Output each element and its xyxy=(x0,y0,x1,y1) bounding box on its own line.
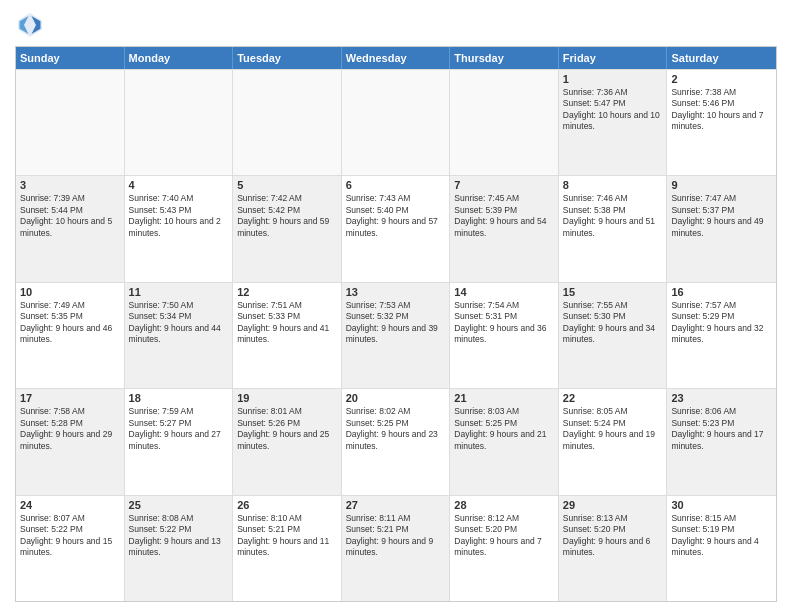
cell-info: Sunrise: 7:59 AM Sunset: 5:27 PM Dayligh… xyxy=(129,406,229,452)
cal-cell-3-2: 19Sunrise: 8:01 AM Sunset: 5:26 PM Dayli… xyxy=(233,389,342,494)
cell-info: Sunrise: 7:57 AM Sunset: 5:29 PM Dayligh… xyxy=(671,300,772,346)
cell-info: Sunrise: 7:43 AM Sunset: 5:40 PM Dayligh… xyxy=(346,193,446,239)
cal-cell-1-1: 4Sunrise: 7:40 AM Sunset: 5:43 PM Daylig… xyxy=(125,176,234,281)
day-number: 4 xyxy=(129,179,229,191)
cell-info: Sunrise: 8:11 AM Sunset: 5:21 PM Dayligh… xyxy=(346,513,446,559)
cal-row-2: 10Sunrise: 7:49 AM Sunset: 5:35 PM Dayli… xyxy=(16,282,776,388)
day-number: 14 xyxy=(454,286,554,298)
cell-info: Sunrise: 8:08 AM Sunset: 5:22 PM Dayligh… xyxy=(129,513,229,559)
cell-info: Sunrise: 8:03 AM Sunset: 5:25 PM Dayligh… xyxy=(454,406,554,452)
day-number: 22 xyxy=(563,392,663,404)
logo xyxy=(15,10,49,40)
day-number: 10 xyxy=(20,286,120,298)
cal-cell-4-4: 28Sunrise: 8:12 AM Sunset: 5:20 PM Dayli… xyxy=(450,496,559,601)
cell-info: Sunrise: 8:05 AM Sunset: 5:24 PM Dayligh… xyxy=(563,406,663,452)
cal-cell-3-1: 18Sunrise: 7:59 AM Sunset: 5:27 PM Dayli… xyxy=(125,389,234,494)
day-number: 9 xyxy=(671,179,772,191)
day-number: 28 xyxy=(454,499,554,511)
cal-header-tuesday: Tuesday xyxy=(233,47,342,69)
cal-cell-2-4: 14Sunrise: 7:54 AM Sunset: 5:31 PM Dayli… xyxy=(450,283,559,388)
cal-cell-3-3: 20Sunrise: 8:02 AM Sunset: 5:25 PM Dayli… xyxy=(342,389,451,494)
cell-info: Sunrise: 7:39 AM Sunset: 5:44 PM Dayligh… xyxy=(20,193,120,239)
cal-cell-0-2 xyxy=(233,70,342,175)
cal-cell-2-2: 12Sunrise: 7:51 AM Sunset: 5:33 PM Dayli… xyxy=(233,283,342,388)
cal-row-1: 3Sunrise: 7:39 AM Sunset: 5:44 PM Daylig… xyxy=(16,175,776,281)
calendar-header-row: SundayMondayTuesdayWednesdayThursdayFrid… xyxy=(16,47,776,69)
cell-info: Sunrise: 8:02 AM Sunset: 5:25 PM Dayligh… xyxy=(346,406,446,452)
day-number: 16 xyxy=(671,286,772,298)
cal-cell-2-6: 16Sunrise: 7:57 AM Sunset: 5:29 PM Dayli… xyxy=(667,283,776,388)
cell-info: Sunrise: 7:45 AM Sunset: 5:39 PM Dayligh… xyxy=(454,193,554,239)
day-number: 17 xyxy=(20,392,120,404)
cal-cell-4-1: 25Sunrise: 8:08 AM Sunset: 5:22 PM Dayli… xyxy=(125,496,234,601)
cal-cell-4-0: 24Sunrise: 8:07 AM Sunset: 5:22 PM Dayli… xyxy=(16,496,125,601)
day-number: 3 xyxy=(20,179,120,191)
cal-cell-2-5: 15Sunrise: 7:55 AM Sunset: 5:30 PM Dayli… xyxy=(559,283,668,388)
cal-header-thursday: Thursday xyxy=(450,47,559,69)
cal-cell-4-2: 26Sunrise: 8:10 AM Sunset: 5:21 PM Dayli… xyxy=(233,496,342,601)
page: SundayMondayTuesdayWednesdayThursdayFrid… xyxy=(0,0,792,612)
cal-header-friday: Friday xyxy=(559,47,668,69)
cell-info: Sunrise: 8:07 AM Sunset: 5:22 PM Dayligh… xyxy=(20,513,120,559)
day-number: 30 xyxy=(671,499,772,511)
cell-info: Sunrise: 7:46 AM Sunset: 5:38 PM Dayligh… xyxy=(563,193,663,239)
cell-info: Sunrise: 7:40 AM Sunset: 5:43 PM Dayligh… xyxy=(129,193,229,239)
day-number: 7 xyxy=(454,179,554,191)
cell-info: Sunrise: 7:36 AM Sunset: 5:47 PM Dayligh… xyxy=(563,87,663,133)
day-number: 8 xyxy=(563,179,663,191)
cell-info: Sunrise: 7:54 AM Sunset: 5:31 PM Dayligh… xyxy=(454,300,554,346)
day-number: 23 xyxy=(671,392,772,404)
cell-info: Sunrise: 7:55 AM Sunset: 5:30 PM Dayligh… xyxy=(563,300,663,346)
cal-cell-1-0: 3Sunrise: 7:39 AM Sunset: 5:44 PM Daylig… xyxy=(16,176,125,281)
cell-info: Sunrise: 7:47 AM Sunset: 5:37 PM Dayligh… xyxy=(671,193,772,239)
cal-cell-3-0: 17Sunrise: 7:58 AM Sunset: 5:28 PM Dayli… xyxy=(16,389,125,494)
day-number: 26 xyxy=(237,499,337,511)
cal-header-wednesday: Wednesday xyxy=(342,47,451,69)
day-number: 6 xyxy=(346,179,446,191)
cal-cell-0-1 xyxy=(125,70,234,175)
day-number: 19 xyxy=(237,392,337,404)
cal-cell-0-6: 2Sunrise: 7:38 AM Sunset: 5:46 PM Daylig… xyxy=(667,70,776,175)
cal-cell-1-6: 9Sunrise: 7:47 AM Sunset: 5:37 PM Daylig… xyxy=(667,176,776,281)
day-number: 5 xyxy=(237,179,337,191)
cal-cell-2-1: 11Sunrise: 7:50 AM Sunset: 5:34 PM Dayli… xyxy=(125,283,234,388)
day-number: 1 xyxy=(563,73,663,85)
cell-info: Sunrise: 8:12 AM Sunset: 5:20 PM Dayligh… xyxy=(454,513,554,559)
day-number: 27 xyxy=(346,499,446,511)
cal-cell-4-3: 27Sunrise: 8:11 AM Sunset: 5:21 PM Dayli… xyxy=(342,496,451,601)
cal-cell-1-4: 7Sunrise: 7:45 AM Sunset: 5:39 PM Daylig… xyxy=(450,176,559,281)
day-number: 12 xyxy=(237,286,337,298)
day-number: 24 xyxy=(20,499,120,511)
cell-info: Sunrise: 7:58 AM Sunset: 5:28 PM Dayligh… xyxy=(20,406,120,452)
day-number: 13 xyxy=(346,286,446,298)
calendar: SundayMondayTuesdayWednesdayThursdayFrid… xyxy=(15,46,777,602)
cell-info: Sunrise: 8:01 AM Sunset: 5:26 PM Dayligh… xyxy=(237,406,337,452)
calendar-body: 1Sunrise: 7:36 AM Sunset: 5:47 PM Daylig… xyxy=(16,69,776,601)
cell-info: Sunrise: 7:42 AM Sunset: 5:42 PM Dayligh… xyxy=(237,193,337,239)
logo-icon xyxy=(15,10,45,40)
cell-info: Sunrise: 8:13 AM Sunset: 5:20 PM Dayligh… xyxy=(563,513,663,559)
cal-cell-2-3: 13Sunrise: 7:53 AM Sunset: 5:32 PM Dayli… xyxy=(342,283,451,388)
cell-info: Sunrise: 7:51 AM Sunset: 5:33 PM Dayligh… xyxy=(237,300,337,346)
cal-cell-2-0: 10Sunrise: 7:49 AM Sunset: 5:35 PM Dayli… xyxy=(16,283,125,388)
day-number: 11 xyxy=(129,286,229,298)
day-number: 15 xyxy=(563,286,663,298)
cal-cell-3-6: 23Sunrise: 8:06 AM Sunset: 5:23 PM Dayli… xyxy=(667,389,776,494)
cal-cell-3-5: 22Sunrise: 8:05 AM Sunset: 5:24 PM Dayli… xyxy=(559,389,668,494)
cell-info: Sunrise: 8:10 AM Sunset: 5:21 PM Dayligh… xyxy=(237,513,337,559)
day-number: 29 xyxy=(563,499,663,511)
cal-cell-0-5: 1Sunrise: 7:36 AM Sunset: 5:47 PM Daylig… xyxy=(559,70,668,175)
cal-cell-0-4 xyxy=(450,70,559,175)
header xyxy=(15,10,777,40)
cal-row-4: 24Sunrise: 8:07 AM Sunset: 5:22 PM Dayli… xyxy=(16,495,776,601)
cell-info: Sunrise: 8:06 AM Sunset: 5:23 PM Dayligh… xyxy=(671,406,772,452)
day-number: 25 xyxy=(129,499,229,511)
cal-cell-3-4: 21Sunrise: 8:03 AM Sunset: 5:25 PM Dayli… xyxy=(450,389,559,494)
cal-cell-0-0 xyxy=(16,70,125,175)
cal-cell-4-5: 29Sunrise: 8:13 AM Sunset: 5:20 PM Dayli… xyxy=(559,496,668,601)
cell-info: Sunrise: 7:38 AM Sunset: 5:46 PM Dayligh… xyxy=(671,87,772,133)
day-number: 20 xyxy=(346,392,446,404)
cal-cell-1-5: 8Sunrise: 7:46 AM Sunset: 5:38 PM Daylig… xyxy=(559,176,668,281)
cell-info: Sunrise: 7:53 AM Sunset: 5:32 PM Dayligh… xyxy=(346,300,446,346)
cal-row-3: 17Sunrise: 7:58 AM Sunset: 5:28 PM Dayli… xyxy=(16,388,776,494)
